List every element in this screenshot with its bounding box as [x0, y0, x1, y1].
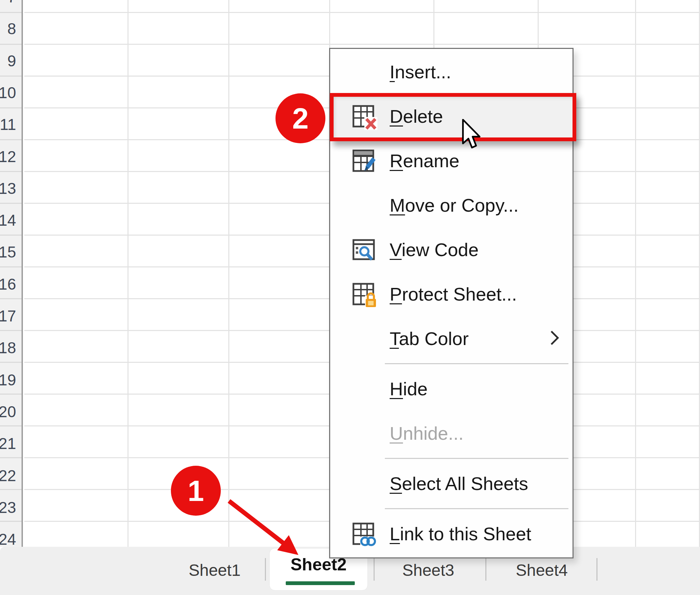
- row-header-10[interactable]: 10: [0, 77, 16, 109]
- row-header-20[interactable]: 20: [0, 396, 16, 428]
- menu-item-icon-spacer: [351, 58, 378, 85]
- menu-item-rename[interactable]: Rename: [330, 138, 573, 183]
- rename-sheet-icon: [351, 147, 378, 174]
- menu-item-label: Protect Sheet...: [390, 283, 517, 305]
- menu-item-label: Unhide...: [390, 423, 463, 444]
- row-header-19[interactable]: 19: [0, 364, 16, 396]
- menu-item-icon-spacer: [351, 420, 378, 447]
- menu-item-link-to-this-sheet[interactable]: Link to this Sheet: [330, 512, 573, 556]
- gridline-vertical: [635, 0, 636, 547]
- menu-item-icon-spacer: [351, 375, 378, 402]
- menu-item-label: Rename: [390, 150, 459, 171]
- menu-item-tab-color[interactable]: Tab Color: [330, 316, 573, 361]
- protect-sheet-icon: [351, 280, 378, 308]
- annotation-step-2-badge: 2: [275, 93, 325, 143]
- gridline-vertical: [127, 0, 129, 547]
- menu-item-icon-spacer: [351, 191, 378, 219]
- menu-item-hide[interactable]: Hide: [330, 367, 573, 411]
- menu-item-move-or-copy[interactable]: Move or Copy...: [330, 183, 573, 227]
- row-header-18[interactable]: 18: [0, 332, 16, 364]
- row-header-17[interactable]: 17: [0, 300, 16, 332]
- menu-item-label: View Code: [390, 239, 479, 260]
- row-header-24[interactable]: 24: [0, 524, 16, 547]
- row-header-11[interactable]: 11: [0, 109, 16, 141]
- row-header-column[interactable]: 789101112131415161718192021222324: [0, 0, 23, 547]
- row-header-8[interactable]: 8: [0, 13, 16, 45]
- menu-item-label: Link to this Sheet: [390, 523, 531, 544]
- row-header-16[interactable]: 16: [0, 268, 16, 300]
- row-header-15[interactable]: 15: [0, 236, 16, 268]
- rename-sheet-icon: [351, 147, 378, 174]
- menu-item-icon-spacer: [351, 470, 378, 497]
- menu-separator: [330, 455, 573, 461]
- view-code-icon: [351, 236, 378, 263]
- gridline-vertical: [228, 0, 229, 547]
- menu-item-label: Hide: [390, 378, 428, 399]
- row-header-21[interactable]: 21: [0, 428, 16, 460]
- tab-separator: [485, 558, 486, 581]
- row-header-9[interactable]: 9: [0, 45, 16, 77]
- menu-separator: [330, 506, 573, 512]
- menu-item-label: Tab Color: [390, 328, 469, 349]
- link-sheet-icon: [351, 520, 378, 547]
- submenu-arrow-icon: [549, 329, 560, 348]
- menu-item-label: Move or Copy...: [390, 195, 519, 216]
- protect-sheet-icon: [351, 280, 378, 308]
- active-tab-underline: [286, 581, 355, 585]
- menu-item-protect-sheet[interactable]: Protect Sheet...: [330, 272, 573, 316]
- menu-item-select-all-sheets[interactable]: Select All Sheets: [330, 461, 573, 506]
- annotation-arrow: [215, 492, 308, 561]
- link-sheet-icon: [351, 520, 378, 547]
- row-header-7[interactable]: 7: [0, 0, 16, 13]
- tab-separator: [265, 558, 266, 581]
- mouse-cursor-icon: [460, 119, 482, 151]
- row-header-12[interactable]: 12: [0, 141, 16, 173]
- annotation-step-1-badge: 1: [171, 466, 221, 516]
- menu-item-unhide: Unhide...: [330, 411, 573, 455]
- excel-window: 789101112131415161718192021222324 Sheet1…: [0, 0, 700, 595]
- menu-item-label: Select All Sheets: [390, 473, 528, 494]
- annotation-highlight-box-delete: [330, 93, 576, 141]
- menu-item-icon-spacer: [351, 325, 378, 352]
- menu-item-view-code[interactable]: View Code: [330, 227, 573, 272]
- tab-separator: [596, 558, 597, 581]
- view-code-icon: [351, 236, 378, 263]
- row-header-14[interactable]: 14: [0, 204, 16, 236]
- menu-item-label: Insert...: [390, 61, 451, 82]
- row-header-13[interactable]: 13: [0, 173, 16, 204]
- menu-separator: [330, 361, 573, 367]
- row-header-23[interactable]: 23: [0, 492, 16, 524]
- menu-item-insert[interactable]: Insert...: [330, 50, 573, 94]
- tab-separator: [374, 558, 375, 581]
- row-header-22[interactable]: 22: [0, 460, 16, 492]
